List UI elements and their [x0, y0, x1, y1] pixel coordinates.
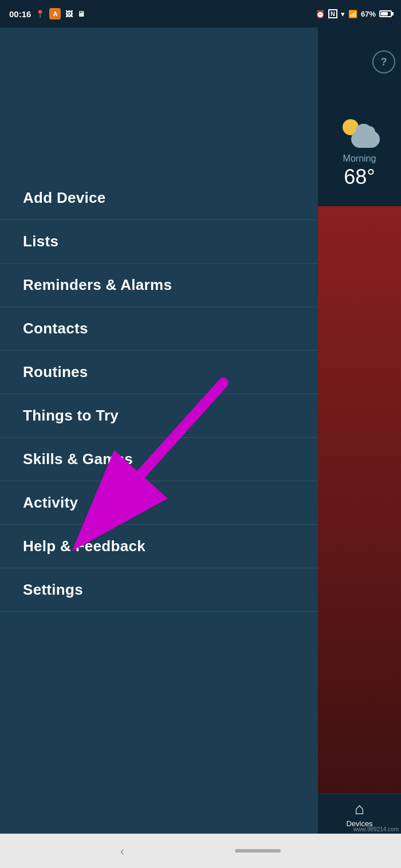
menu-item-contacts[interactable]: Contacts — [0, 307, 318, 351]
menu-item-lists[interactable]: Lists — [0, 220, 318, 264]
menu-item-activity[interactable]: Activity — [0, 481, 318, 525]
red-image-section — [318, 206, 401, 834]
signal-icon: 📶 — [348, 10, 357, 18]
battery-icon — [379, 10, 392, 17]
menu-item-skills-games[interactable]: Skills & Games — [0, 438, 318, 481]
home-pill[interactable] — [235, 849, 281, 853]
weather-icon — [340, 119, 380, 148]
status-right: ⏰ N ▾ 📶 67% — [316, 9, 392, 18]
screen-icon: 🖥 — [77, 10, 85, 18]
weather-time-label: Morning — [343, 154, 376, 164]
back-button[interactable]: ‹ — [120, 845, 124, 858]
menu-item-things-to-try[interactable]: Things to Try — [0, 394, 318, 438]
wifi-icon: ▾ — [341, 10, 345, 18]
main-container: Add Device Lists Reminders & Alarms Cont… — [0, 28, 401, 834]
right-panel: ? Morning 68° — [318, 28, 401, 834]
devices-icon: ⌂ — [355, 800, 364, 818]
help-circle-button[interactable]: ? — [372, 50, 395, 73]
menu-item-reminders[interactable]: Reminders & Alarms — [0, 264, 318, 307]
watermark: www.989214.com — [353, 826, 399, 832]
alarm-icon: ⏰ — [316, 10, 325, 18]
menu-top-space — [0, 28, 318, 176]
weather-temperature: 68° — [344, 165, 375, 189]
weather-section: Morning 68° — [340, 119, 380, 189]
bottom-bar: ‹ — [0, 834, 401, 868]
menu-panel: Add Device Lists Reminders & Alarms Cont… — [0, 28, 318, 834]
photo-icon: 🖼 — [65, 10, 73, 18]
menu-item-help-feedback[interactable]: Help & Feedback — [0, 525, 318, 568]
battery-percent: 67% — [361, 10, 376, 18]
menu-item-routines[interactable]: Routines — [0, 351, 318, 394]
status-bar: 00:16 📍 A 🖼 🖥 ⏰ N ▾ 📶 67% — [0, 0, 401, 28]
app-icon-orange: A — [49, 8, 61, 19]
menu-item-add-device[interactable]: Add Device — [0, 176, 318, 220]
status-left: 00:16 📍 A 🖼 🖥 — [9, 8, 85, 19]
status-time: 00:16 — [9, 9, 31, 19]
nfc-icon: N — [328, 9, 337, 18]
menu-item-settings[interactable]: Settings — [0, 568, 318, 612]
cloud-icon — [351, 131, 380, 148]
location-icon: 📍 — [36, 10, 45, 18]
